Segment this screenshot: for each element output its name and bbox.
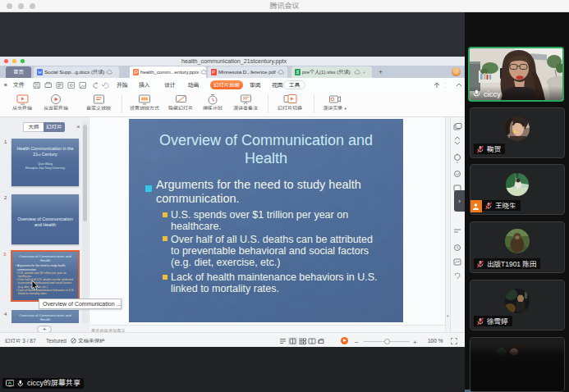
svg-text:P: P (212, 70, 215, 75)
